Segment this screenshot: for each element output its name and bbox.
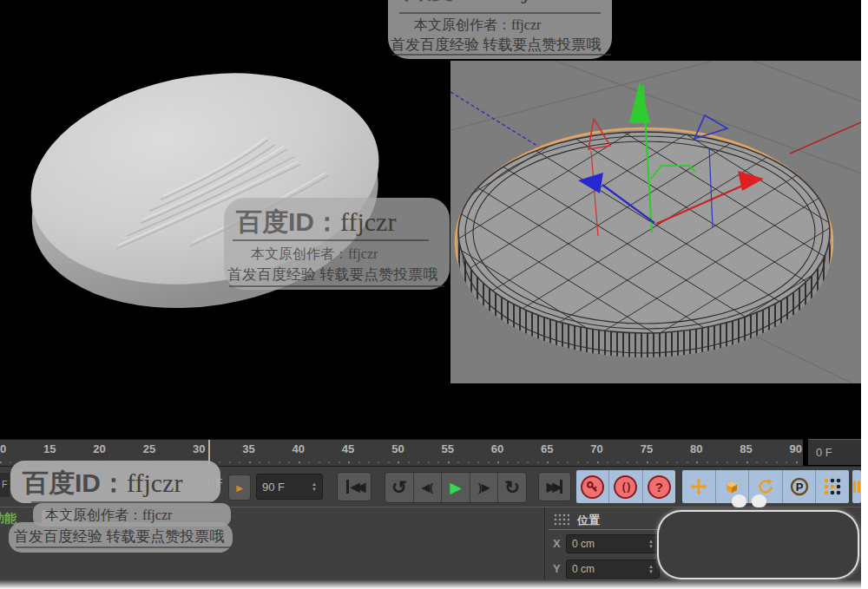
- position-y-value: 0 cm: [572, 563, 595, 575]
- ruler-tick: [766, 461, 767, 463]
- prev-frame-button[interactable]: ◀(: [414, 473, 443, 502]
- goto-end-icon: ▶▶: [547, 480, 563, 494]
- ruler-tick: [279, 461, 280, 463]
- erased-watermark-blob: [657, 510, 859, 579]
- bubble-bump: [752, 494, 766, 507]
- next-key-button[interactable]: ↻: [498, 473, 526, 502]
- watermark-slogan: 首发百度经验 转载要点赞投票哦: [14, 527, 224, 546]
- ruler-label-85: 85: [740, 442, 752, 455]
- drag-grid-icon[interactable]: [554, 514, 569, 527]
- record-keyframe-button[interactable]: [576, 470, 609, 503]
- ruler-tick: [239, 461, 240, 463]
- ruler-tick: [756, 461, 758, 463]
- end-frame-field[interactable]: 90 F ▲▼: [256, 474, 323, 500]
- start-frame-field-fragment[interactable]: F: [0, 473, 10, 497]
- watermark-slogan: 首发百度经验 转载要点赞投票哦: [227, 265, 437, 285]
- coordinates-p-button[interactable]: P: [783, 470, 817, 503]
- watermark-id-value: ffjczr: [127, 468, 182, 497]
- screenshot-root: { "app_context": "Cinema 4D style 3D edi…: [0, 0, 868, 589]
- ruler-label-15: 15: [43, 442, 56, 455]
- world-z-axis: [450, 92, 540, 147]
- ruler-tick: [617, 461, 619, 463]
- help-button[interactable]: ?: [643, 470, 675, 503]
- p-circle-icon: P: [790, 477, 809, 496]
- ruler-tick: [647, 461, 648, 463]
- position-x-field[interactable]: 0 cm ▲▼: [566, 534, 660, 553]
- play-button[interactable]: ▶: [442, 473, 470, 502]
- position-y-field[interactable]: 0 cm ▲▼: [566, 560, 660, 579]
- ruler-tick: [319, 461, 320, 463]
- ruler-label-30: 30: [193, 442, 205, 455]
- position-group-title: 位置: [577, 513, 600, 528]
- ruler-tick: [457, 461, 459, 463]
- ruler-label-75: 75: [641, 442, 653, 455]
- goto-start-button[interactable]: ◀◀: [337, 472, 372, 501]
- dot-grid-icon: [823, 477, 842, 496]
- ruler-tick: [488, 461, 490, 463]
- autokey-parentheses-button[interactable]: ( ): [609, 470, 642, 503]
- ruler-tick: [587, 461, 589, 463]
- position-x-stepper[interactable]: ▲▼: [648, 539, 654, 549]
- ruler-tick: [786, 461, 787, 463]
- y-axis-arrow: [629, 82, 650, 123]
- point-grid-button[interactable]: [816, 470, 849, 503]
- watermark-id-value: ffjczr: [340, 207, 396, 236]
- frame-counter-box[interactable]: 0 F: [808, 439, 861, 465]
- powerslider-right-arrow-button[interactable]: ▶: [228, 474, 251, 501]
- transport-group: ↺ ◀( ▶ )▶ ↻: [385, 472, 527, 503]
- goto-end-button[interactable]: ▶▶: [538, 472, 571, 501]
- ruler-tick: [687, 461, 688, 463]
- end-frame-stepper[interactable]: ▲▼: [312, 481, 317, 492]
- ruler-label-80: 80: [690, 442, 702, 455]
- next-frame-icon: )▶: [478, 481, 490, 494]
- ruler-tick: [249, 461, 251, 463]
- panel-divider: [544, 507, 545, 581]
- watermark-author: 本文原创作者：ffjczr: [251, 245, 378, 264]
- ruler-label-10: 10: [0, 442, 6, 455]
- ruler-tick: [707, 461, 708, 463]
- right-arrow-icon: ▶: [236, 483, 243, 493]
- watermark-id-label: 百度ID：: [401, 0, 505, 3]
- ruler-label-40: 40: [293, 442, 305, 455]
- ruler-tick: [259, 461, 260, 463]
- clipped-tool-button[interactable]: [852, 470, 861, 503]
- ruler-tick: [716, 461, 718, 463]
- next-frame-button[interactable]: )▶: [470, 473, 499, 502]
- ruler-tick: [268, 461, 270, 463]
- clipped-icon: [852, 477, 861, 496]
- ruler-tick: [388, 461, 390, 463]
- ruler-tick: [627, 461, 628, 463]
- world-x-axis: [790, 122, 861, 154]
- ruler-tick: [219, 461, 220, 463]
- ruler-tick: [557, 461, 559, 463]
- scale-icon: [722, 477, 741, 496]
- prev-key-button[interactable]: ↺: [385, 473, 414, 502]
- position-y-stepper[interactable]: ▲▼: [648, 564, 654, 574]
- ruler-label-55: 55: [441, 442, 453, 455]
- next-key-icon: ↻: [504, 477, 520, 498]
- ruler-tick: [229, 461, 231, 463]
- ruler-label-35: 35: [242, 442, 254, 455]
- parentheses-icon: ( ): [614, 475, 637, 499]
- ruler-tick: [468, 461, 470, 463]
- ruler-tick: [547, 461, 549, 463]
- ruler-tick: [437, 461, 439, 463]
- watermark-slogan: 首发百度经验 转载要点赞投票哦: [391, 35, 601, 55]
- ruler-tick: [796, 461, 798, 463]
- move-tool-button[interactable]: [682, 470, 716, 503]
- ruler-tick: [776, 461, 778, 463]
- perspective-viewport[interactable]: [450, 61, 861, 383]
- watermark-id-label: 百度ID：: [236, 207, 340, 236]
- play-icon: ▶: [450, 479, 461, 497]
- ruler-tick: [348, 461, 350, 463]
- prev-key-icon: ↺: [391, 477, 407, 498]
- prev-frame-icon: ◀(: [422, 481, 433, 494]
- ruler-label-65: 65: [541, 442, 553, 455]
- ruler-tick: [358, 461, 360, 463]
- ruler-label-45: 45: [342, 442, 354, 455]
- ruler-tick: [527, 461, 529, 463]
- ruler-tick: [667, 461, 668, 463]
- clipped-tool-group: [852, 470, 861, 503]
- watermark-id-value: ffjczr: [505, 0, 561, 3]
- question-icon: ?: [648, 475, 671, 499]
